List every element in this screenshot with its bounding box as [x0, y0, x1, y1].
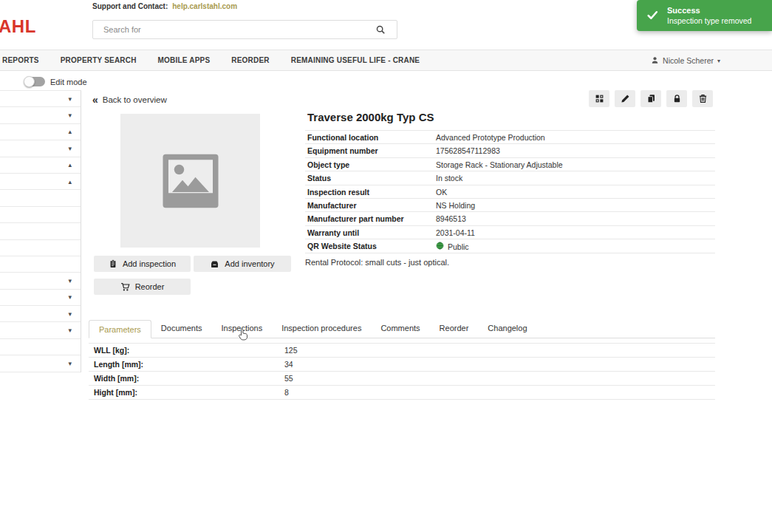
nav-item[interactable]: PROPERTY SEARCH — [61, 56, 137, 64]
parameter-value: 125 — [284, 346, 298, 355]
caret-icon[interactable]: ▾ — [68, 310, 72, 318]
page-title: Traverse 2000kg Typ CS — [307, 111, 434, 123]
sidebar-item[interactable]: ▾ — [0, 306, 81, 322]
caret-icon[interactable]: ▴ — [68, 161, 72, 168]
user-menu[interactable]: Nicole Scherer ▾ — [651, 50, 720, 71]
tab[interactable]: Inspections — [212, 319, 273, 338]
sidebar-item[interactable] — [0, 223, 81, 239]
sidebar-item[interactable]: ▾ — [0, 91, 81, 107]
caret-icon[interactable]: ▾ — [68, 112, 72, 119]
tab[interactable]: Comments — [371, 319, 429, 338]
detail-value: 8946513 — [436, 214, 466, 223]
edit-button[interactable] — [615, 90, 635, 107]
detail-value: Storage Rack - Stationary Adjustable — [436, 160, 563, 169]
tab[interactable]: Documents — [151, 319, 212, 338]
detail-table: Functional location Advanced Prototype P… — [305, 130, 715, 253]
detail-value: Advanced Prototype Production — [436, 133, 545, 142]
caret-icon[interactable]: ▾ — [68, 145, 72, 152]
sidebar-item[interactable]: ▴ — [0, 174, 81, 190]
brand-logo: AHL — [0, 16, 36, 37]
back-to-overview-link[interactable]: « Back to overview — [92, 94, 167, 106]
caret-icon[interactable]: ▾ — [68, 293, 72, 301]
copy-button[interactable] — [641, 90, 661, 107]
nav-item[interactable]: REPORTS — [2, 56, 39, 64]
detail-label: Warranty until — [307, 228, 359, 237]
sidebar-item[interactable] — [0, 190, 81, 206]
support-link[interactable]: help.carlstahl.com — [172, 2, 237, 10]
sidebar-item[interactable]: ▴ — [0, 157, 81, 174]
caret-icon[interactable]: ▾ — [68, 360, 72, 367]
sidebar-item[interactable]: ▾ — [0, 107, 81, 123]
parameter-label: WLL [kg]: — [94, 346, 129, 355]
caret-icon[interactable]: ▾ — [68, 327, 72, 334]
rental-protocol-note: Rental Protocol: small cuts - just optic… — [305, 258, 449, 267]
caret-icon[interactable]: ▾ — [68, 277, 72, 284]
detail-label: Inspection result — [307, 188, 369, 197]
sidebar-item[interactable] — [0, 256, 81, 273]
toggle-knob — [24, 76, 35, 87]
lock-button[interactable] — [666, 90, 687, 107]
parameter-row: Length [mm]: 34 — [89, 358, 715, 372]
detail-label: Object type — [307, 160, 349, 169]
back-label: Back to overview — [103, 95, 167, 104]
support-contact: Support and Contact:help.carlstahl.com — [92, 2, 237, 10]
sidebar-item[interactable]: ▾ — [0, 322, 81, 338]
sidebar-item[interactable]: ▾ — [0, 290, 81, 306]
check-icon — [646, 9, 659, 23]
search-icon[interactable] — [375, 24, 397, 35]
sidebar-item[interactable]: ▾ — [0, 140, 81, 157]
nav-item[interactable]: REMAINING USEFUL LIFE - CRANE — [291, 56, 420, 64]
toast-title: Success — [667, 6, 751, 15]
sidebar-item[interactable]: ▾ — [0, 355, 81, 372]
sidebar-item[interactable]: ▴ — [0, 124, 81, 140]
tab[interactable]: Inspection procedures — [272, 319, 371, 338]
detail-row: Equipment number 175628547112983 — [305, 144, 715, 157]
sidebar: ▾ ▾ ▴ ▾ ▴ ▴ — [0, 90, 81, 372]
tab[interactable]: Parameters — [89, 320, 151, 338]
nav-item[interactable]: REORDER — [231, 56, 269, 64]
caret-icon[interactable]: ▾ — [68, 95, 72, 102]
parameter-label: Hight [mm]: — [94, 388, 137, 397]
nav-item[interactable]: MOBILE APPS — [158, 56, 211, 64]
qr-code-button[interactable] — [589, 90, 609, 107]
search-bar[interactable] — [92, 20, 397, 39]
edit-mode-toggle[interactable] — [24, 77, 45, 86]
add-inspection-button[interactable]: Add inspection — [94, 256, 191, 272]
photo-icon — [161, 152, 220, 210]
edit-mode-label: Edit mode — [50, 78, 87, 86]
caret-icon[interactable]: ▴ — [68, 128, 72, 135]
detail-label: Functional location — [307, 133, 378, 142]
add-inventory-button[interactable]: Add inventory — [194, 256, 291, 272]
sidebar-item[interactable] — [0, 207, 81, 223]
tab[interactable]: Changelog — [478, 319, 536, 338]
detail-row: Warranty until 2031-04-11 — [305, 226, 715, 239]
edit-mode-row: Edit mode — [24, 77, 87, 86]
detail-label: Manufacturer — [307, 201, 357, 210]
detail-value: 175628547112983 — [436, 146, 500, 155]
reorder-button[interactable]: Reorder — [94, 279, 191, 295]
detail-label: Equipment number — [307, 146, 378, 155]
tab-bar: Parameters Documents Inspections Inspect… — [89, 320, 715, 338]
cart-icon — [120, 282, 130, 292]
delete-button[interactable] — [692, 90, 713, 107]
sidebar-item[interactable] — [0, 339, 81, 355]
support-label: Support and Contact: — [92, 2, 168, 10]
detail-row: Manufacturer part number 8946513 — [305, 212, 715, 225]
sidebar-item[interactable]: ▾ — [0, 273, 81, 289]
parameter-row: Width [mm]: 55 — [89, 372, 715, 386]
parameter-label: Width [mm]: — [94, 374, 139, 383]
success-toast: Success Inspection type removed — [637, 0, 772, 31]
action-toolbar — [589, 90, 713, 107]
parameter-row: WLL [kg]: 125 — [89, 344, 715, 358]
parameter-label: Length [mm]: — [94, 360, 143, 369]
sidebar-item[interactable] — [0, 240, 81, 256]
chevron-down-icon: ▾ — [717, 58, 720, 64]
detail-value: 2031-04-11 — [436, 228, 475, 237]
search-input[interactable] — [93, 25, 375, 34]
tab[interactable]: Reorder — [430, 319, 479, 338]
page: AHL Support and Contact:help.carlstahl.c… — [0, 0, 772, 532]
image-placeholder — [120, 114, 260, 248]
detail-row: Status In stock — [305, 171, 715, 185]
caret-icon[interactable]: ▴ — [68, 177, 72, 185]
detail-row: QR Website Status Public — [305, 239, 715, 253]
